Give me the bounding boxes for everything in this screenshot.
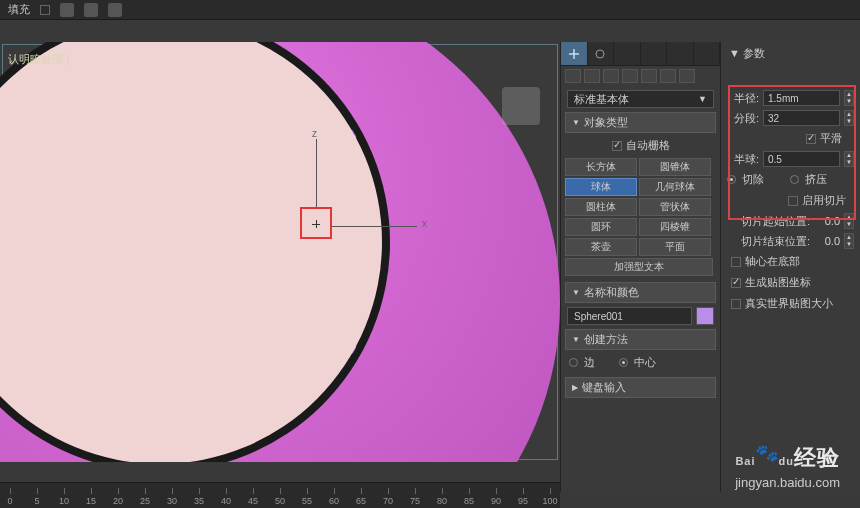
tick-6 <box>155 440 165 462</box>
center-point <box>155 237 165 247</box>
viewcube[interactable] <box>502 87 540 125</box>
hemi-spinner[interactable]: ▲▼ <box>844 151 854 167</box>
axis-z-line <box>316 139 317 209</box>
tick-12 <box>155 42 165 44</box>
subtab-geometry[interactable] <box>565 69 581 83</box>
timeline-tick: 50 <box>275 496 285 506</box>
auto-grid-label: 自动栅格 <box>626 138 670 153</box>
subtab-space[interactable] <box>660 69 676 83</box>
timeline-tick: 35 <box>194 496 204 506</box>
timeline-tick: 45 <box>248 496 258 506</box>
btn-cone[interactable]: 圆锥体 <box>639 158 711 176</box>
timeline-tick: 95 <box>518 496 528 506</box>
timeline-tick: 85 <box>464 496 474 506</box>
gen-map-checkbox[interactable] <box>731 278 741 288</box>
radius-input[interactable]: 1.5mm <box>763 90 840 106</box>
tab-modify[interactable] <box>588 42 615 65</box>
radius-spinner[interactable]: ▲▼ <box>844 90 854 106</box>
chevron-down-icon: ▼ <box>698 94 707 104</box>
command-panel: 标准基本体 ▼ ▼对象类型 自动栅格 长方体 圆锥体 球体 几何球体 圆柱体 管… <box>560 42 720 492</box>
hemi-label: 半球: <box>727 152 759 167</box>
tab-display[interactable] <box>667 42 694 65</box>
smooth-checkbox[interactable] <box>806 134 816 144</box>
btn-textplus[interactable]: 加强型文本 <box>565 258 713 276</box>
axis-x-line <box>332 226 417 227</box>
params-title: ▼ 参数 <box>729 46 765 61</box>
btn-sphere[interactable]: 球体 <box>565 178 637 196</box>
tab-hierarchy[interactable] <box>614 42 641 65</box>
tab-utilities[interactable] <box>694 42 721 65</box>
clock-outer-ring <box>0 42 560 462</box>
auto-grid-checkbox[interactable] <box>612 141 622 151</box>
hemi-input[interactable]: 0.5 <box>763 151 840 167</box>
rollout-name-color[interactable]: ▼名称和颜色 <box>565 282 716 303</box>
subtab-helpers[interactable] <box>641 69 657 83</box>
timeline-tick: 100 <box>542 496 557 506</box>
slice-on-checkbox[interactable] <box>788 196 798 206</box>
timeline-tick: 15 <box>86 496 96 506</box>
gizmo-pivot[interactable] <box>312 220 320 228</box>
btn-plane[interactable]: 平面 <box>639 238 711 256</box>
tick-7 <box>45 411 65 435</box>
radio-center[interactable] <box>619 358 628 367</box>
radio-chop[interactable] <box>727 175 736 184</box>
segments-input[interactable]: 32 <box>763 110 840 126</box>
timeline-tick: 90 <box>491 496 501 506</box>
watermark: Bai🐾du经验 jingyan.baidu.com <box>735 441 840 490</box>
timeline-tick: 60 <box>329 496 339 506</box>
btn-box[interactable]: 长方体 <box>565 158 637 176</box>
timeline-tick: 30 <box>167 496 177 506</box>
toolbar-icon-3[interactable] <box>108 3 122 17</box>
timeline-tick: 10 <box>59 496 69 506</box>
radio-edge[interactable] <box>569 358 578 367</box>
timeline-tick: 65 <box>356 496 366 506</box>
timeline-tick: 40 <box>221 496 231 506</box>
subtab-systems[interactable] <box>679 69 695 83</box>
object-color-swatch[interactable] <box>696 307 714 325</box>
timeline-tick: 5 <box>34 496 39 506</box>
tab-motion[interactable] <box>641 42 668 65</box>
slice-from-spinner: ▲▼ <box>844 213 854 229</box>
toolbar-icon-1[interactable] <box>60 3 74 17</box>
fill-label: 填充 <box>8 2 30 17</box>
radius-label: 半径: <box>727 91 759 106</box>
tick-3 <box>359 237 381 247</box>
tab-create[interactable] <box>561 42 588 65</box>
viewport-shading-label: 认明暗处理 ] <box>8 52 69 67</box>
base-pivot-checkbox[interactable] <box>731 257 741 267</box>
segments-spinner[interactable]: ▲▼ <box>844 110 854 126</box>
axis-x-label: x <box>422 218 427 229</box>
btn-teapot[interactable]: 茶壶 <box>565 238 637 256</box>
primitive-category-dropdown[interactable]: 标准基本体 ▼ <box>567 90 714 108</box>
subtab-shapes[interactable] <box>584 69 600 83</box>
viewport[interactable]: z x <box>0 42 560 462</box>
tick-5 <box>255 411 275 435</box>
timeline[interactable]: 0510152025303540455055606570758085909510… <box>0 482 560 508</box>
segments-label: 分段: <box>727 111 759 126</box>
timeline-tick: 70 <box>383 496 393 506</box>
real-world-checkbox[interactable] <box>731 299 741 309</box>
fill-dropdown[interactable] <box>40 5 50 15</box>
timeline-tick: 20 <box>113 496 123 506</box>
radio-squash[interactable] <box>790 175 799 184</box>
timeline-tick: 55 <box>302 496 312 506</box>
btn-torus[interactable]: 圆环 <box>565 218 637 236</box>
btn-pyramid[interactable]: 四棱锥 <box>639 218 711 236</box>
subtab-lights[interactable] <box>603 69 619 83</box>
toolbar-icon-2[interactable] <box>84 3 98 17</box>
tick-2 <box>333 129 357 149</box>
clock-face <box>0 42 390 462</box>
subtab-cameras[interactable] <box>622 69 638 83</box>
btn-tube[interactable]: 管状体 <box>639 198 711 216</box>
rollout-object-type[interactable]: ▼对象类型 <box>565 112 716 133</box>
timeline-tick: 75 <box>410 496 420 506</box>
btn-geosphere[interactable]: 几何球体 <box>639 178 711 196</box>
timeline-tick: 0 <box>7 496 12 506</box>
rollout-creation-method[interactable]: ▼创建方法 <box>565 329 716 350</box>
btn-cylinder[interactable]: 圆柱体 <box>565 198 637 216</box>
params-panel: ▼ 参数 半径:1.5mm▲▼ 分段:32▲▼ 平滑 半球:0.5▲▼ 切除挤压… <box>720 42 860 492</box>
object-name-input[interactable]: Sphere001 <box>567 307 692 325</box>
rollout-keyboard[interactable]: ▶键盘输入 <box>565 377 716 398</box>
timeline-tick: 25 <box>140 496 150 506</box>
tick-4 <box>333 335 357 355</box>
